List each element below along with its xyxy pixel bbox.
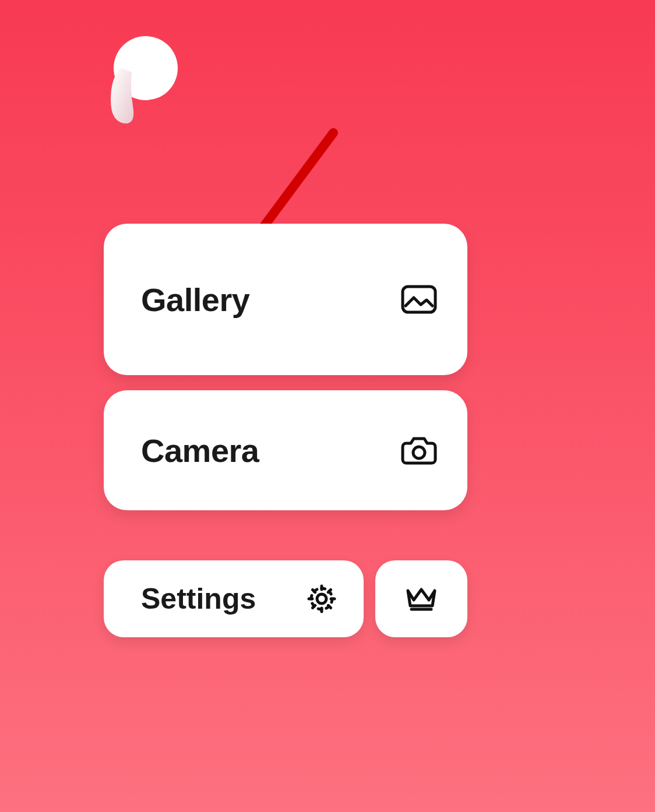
settings-label: Settings <box>141 582 256 616</box>
camera-label: Camera <box>141 432 259 469</box>
camera-button[interactable]: Camera <box>104 390 467 510</box>
premium-button[interactable] <box>375 560 467 637</box>
bottom-row: Settings <box>104 560 467 637</box>
svg-point-4 <box>413 447 425 458</box>
gallery-button[interactable]: Gallery <box>104 224 467 375</box>
image-icon <box>401 285 437 314</box>
settings-button[interactable]: Settings <box>104 560 364 637</box>
svg-rect-3 <box>403 287 435 312</box>
app-logo <box>104 36 179 126</box>
gear-icon <box>305 582 338 615</box>
camera-icon <box>401 435 437 465</box>
svg-point-6 <box>311 588 332 609</box>
gallery-label: Gallery <box>141 281 249 319</box>
svg-point-5 <box>317 594 326 603</box>
main-menu: Gallery Camera Settings <box>104 224 467 637</box>
crown-icon <box>404 585 438 613</box>
